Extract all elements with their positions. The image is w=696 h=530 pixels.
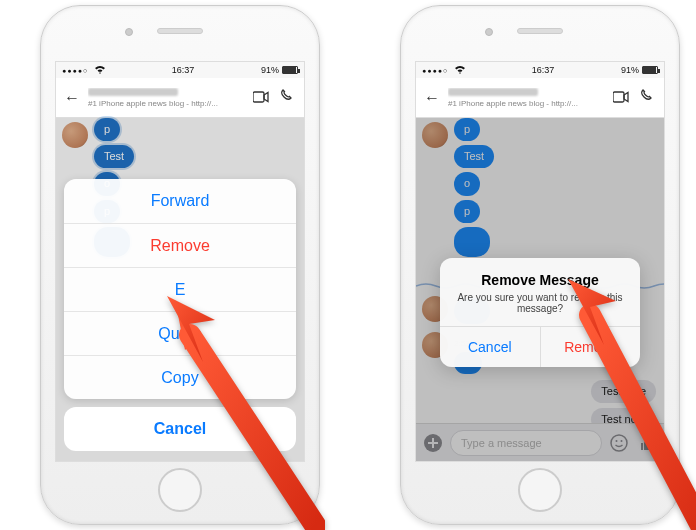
status-time: 16:37: [532, 65, 555, 75]
phone-speaker: [517, 28, 563, 34]
status-bar: 16:37 91%: [416, 62, 664, 78]
phone-right: 16:37 91% ← #1 iPhone apple news blog - …: [400, 5, 680, 525]
home-button[interactable]: [158, 468, 202, 512]
sheet-copy[interactable]: Copy: [64, 355, 296, 399]
screen-left: 16:37 91% ← #1 iPhone apple news blog - …: [55, 61, 305, 462]
nav-bar: ← #1 iPhone apple news blog - http://...: [416, 78, 664, 118]
chat-area-right: p Test o p 2:53 PM Test note Test no: [416, 118, 664, 461]
back-button[interactable]: ←: [424, 89, 440, 107]
phone-left: 16:37 91% ← #1 iPhone apple news blog - …: [40, 5, 320, 525]
action-sheet: Forward Remove E Quote Copy Cancel: [64, 179, 296, 451]
phone-call-icon[interactable]: [638, 89, 656, 106]
back-button[interactable]: ←: [64, 89, 80, 107]
sheet-remove[interactable]: Remove: [64, 223, 296, 267]
sheet-edit[interactable]: E: [64, 267, 296, 311]
sheet-cancel[interactable]: Cancel: [64, 407, 296, 451]
video-call-icon[interactable]: [252, 90, 270, 106]
nav-title: #1 iPhone apple news blog - http://...: [448, 88, 604, 108]
phone-camera: [485, 28, 493, 36]
phone-speaker: [157, 28, 203, 34]
home-button[interactable]: [518, 468, 562, 512]
status-battery-pct: 91%: [261, 65, 279, 75]
sheet-quote[interactable]: Quote: [64, 311, 296, 355]
svg-rect-0: [253, 92, 264, 102]
nav-title: #1 iPhone apple news blog - http://...: [88, 88, 244, 108]
alert-message: Are you sure you want to remove this mes…: [454, 292, 626, 314]
nav-subtitle: #1 iPhone apple news blog - http://...: [448, 99, 604, 108]
status-battery-pct: 91%: [621, 65, 639, 75]
alert-title: Remove Message: [454, 272, 626, 288]
status-bar: 16:37 91%: [56, 62, 304, 78]
phone-call-icon[interactable]: [278, 89, 296, 106]
chat-area-left: p Test o p Forward Remove E Quote Copy C…: [56, 118, 304, 461]
screen-right: 16:37 91% ← #1 iPhone apple news blog - …: [415, 61, 665, 462]
alert-cancel-button[interactable]: Cancel: [440, 327, 541, 367]
nav-bar: ← #1 iPhone apple news blog - http://...: [56, 78, 304, 118]
video-call-icon[interactable]: [612, 90, 630, 106]
status-time: 16:37: [172, 65, 195, 75]
sheet-forward[interactable]: Forward: [64, 179, 296, 223]
phone-camera: [125, 28, 133, 36]
nav-subtitle: #1 iPhone apple news blog - http://...: [88, 99, 244, 108]
svg-rect-1: [613, 92, 624, 102]
alert-remove-button[interactable]: Remove: [541, 327, 641, 367]
remove-message-alert: Remove Message Are you sure you want to …: [440, 258, 640, 367]
